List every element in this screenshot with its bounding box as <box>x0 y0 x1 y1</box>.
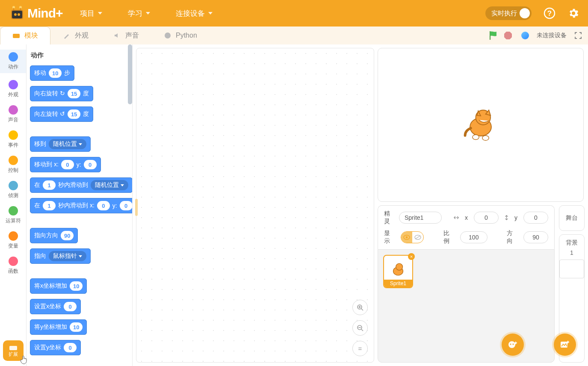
show-eye-icon[interactable] <box>401 232 412 243</box>
hide-eye-icon[interactable] <box>412 232 423 243</box>
sprite-x-input[interactable] <box>474 212 499 224</box>
tab-costumes[interactable]: 外观 <box>50 27 101 44</box>
green-flag-icon[interactable] <box>489 30 498 41</box>
menu-connect-label: 连接设备 <box>176 9 205 18</box>
dropdown[interactable]: 随机位置 <box>49 139 86 149</box>
scripts-workspace[interactable]: = <box>136 48 374 363</box>
stage-title: 舞台 <box>566 214 578 222</box>
cat-functions[interactable]: 函数 <box>8 257 18 275</box>
zoom-out-button[interactable] <box>352 320 368 336</box>
sprite-direction-input[interactable] <box>523 231 548 243</box>
num-input[interactable]: 0 <box>64 302 77 311</box>
tab-python[interactable]: Python <box>151 27 210 44</box>
main-area: 动作 外观 声音 事件 控制 侦测 运算符 变量 函数 扩展 动作 移动10步 … <box>0 44 588 366</box>
num-input[interactable]: 0 <box>64 343 77 352</box>
tab-blocks[interactable]: 模块 <box>0 27 50 44</box>
zoom-reset-button[interactable]: = <box>352 341 368 356</box>
add-sprite-button[interactable] <box>502 334 524 356</box>
block-move[interactable]: 移动10步 <box>30 65 74 81</box>
delete-sprite-icon[interactable]: × <box>408 253 415 260</box>
num-input[interactable]: 90 <box>61 231 74 240</box>
tab-blocks-label: 模块 <box>24 31 38 40</box>
resize-handle[interactable] <box>135 199 138 216</box>
chevron-down-icon <box>79 143 82 145</box>
block-goto-xy[interactable]: 移动到 x:0y:0 <box>30 157 101 172</box>
realtime-toggle[interactable]: 实时执行 <box>485 6 532 20</box>
cat-dot-icon <box>9 80 18 89</box>
block-turn-left[interactable]: 向左旋转 ↺15度 <box>30 106 93 122</box>
cat-sensing[interactable]: 侦测 <box>8 181 18 199</box>
gear-icon[interactable] <box>567 7 579 19</box>
block-set-x[interactable]: 设置x坐标0 <box>30 299 81 314</box>
palette-scrollbar[interactable] <box>128 44 132 104</box>
stage-title-box[interactable]: 舞台 <box>559 205 585 231</box>
block-glide-xy[interactable]: 在1秒内滑动到 x:0y:0 <box>30 198 133 213</box>
dropdown[interactable]: 随机位置 <box>91 180 128 190</box>
menu-connect[interactable]: 连接设备 <box>176 9 213 18</box>
sprite-scale-input[interactable] <box>460 231 488 243</box>
block-point-dir[interactable]: 指向方向90 <box>30 228 78 243</box>
svg-marker-10 <box>504 32 512 39</box>
workspace-controls: = <box>352 300 368 356</box>
block-goto[interactable]: 移到随机位置 <box>30 136 91 152</box>
block-glide[interactable]: 在1秒内滑动到随机位置 <box>30 177 133 193</box>
sprite-name-input[interactable] <box>399 212 442 224</box>
num-input[interactable]: 15 <box>68 89 80 98</box>
editor-tabs: 模块 外观 声音 Python 未连接设备 <box>0 27 588 44</box>
menu-learn[interactable]: 学习 <box>128 9 150 18</box>
cat-label: 变量 <box>8 242 18 250</box>
stop-icon[interactable] <box>503 31 513 40</box>
block-change-y[interactable]: 将y坐标增加10 <box>30 319 87 335</box>
visibility-toggle[interactable] <box>401 231 424 243</box>
cat-control[interactable]: 控制 <box>8 156 18 174</box>
block-point-to[interactable]: 指向鼠标指针 <box>30 248 91 264</box>
cat-dot-icon <box>9 231 18 241</box>
cat-variables[interactable]: 变量 <box>8 231 18 250</box>
menu-project[interactable]: 项目 <box>80 9 102 18</box>
num-input[interactable]: 0 <box>97 201 110 210</box>
block-palette[interactable]: 动作 移动10步 向右旋转 ↻15度 向左旋转 ↺15度 移到随机位置 移动到 … <box>27 44 133 366</box>
palette-title: 动作 <box>31 51 132 59</box>
tab-python-label: Python <box>176 32 197 39</box>
num-input[interactable]: 0 <box>84 160 97 169</box>
svg-point-21 <box>482 136 489 141</box>
cat-label: 动作 <box>8 63 18 71</box>
num-input[interactable]: 10 <box>70 281 83 291</box>
num-input[interactable]: 15 <box>68 109 80 119</box>
topbar: Mind+ 项目 学习 连接设备 实时执行 ? <box>0 0 588 27</box>
block-change-x[interactable]: 将x坐标增加10 <box>30 278 87 294</box>
y-arrow-icon <box>505 214 508 221</box>
tab-costumes-label: 外观 <box>75 31 89 40</box>
help-icon[interactable]: ? <box>544 7 555 19</box>
tab-sounds-label: 声音 <box>125 31 139 40</box>
num-input[interactable]: 1 <box>43 201 56 210</box>
cat-operators[interactable]: 运算符 <box>6 206 21 224</box>
stage[interactable] <box>378 48 584 202</box>
status-dot-icon <box>521 32 529 39</box>
num-input[interactable]: 10 <box>49 68 62 78</box>
cat-events[interactable]: 事件 <box>8 130 18 149</box>
num-input[interactable]: 10 <box>70 322 83 332</box>
backdrop-count: 1 <box>570 249 573 256</box>
cat-motion[interactable]: 动作 <box>0 50 26 73</box>
sprite-card[interactable]: × Sprite1 <box>383 255 413 288</box>
num-input[interactable]: 0 <box>120 201 133 210</box>
logo-icon <box>9 5 26 22</box>
cat-dot-icon <box>9 130 18 140</box>
zoom-in-button[interactable] <box>352 300 368 315</box>
logo[interactable]: Mind+ <box>9 5 63 22</box>
block-turn-right[interactable]: 向右旋转 ↻15度 <box>30 86 93 101</box>
dropdown[interactable]: 鼠标指针 <box>49 251 86 261</box>
svg-point-9 <box>165 32 171 38</box>
cat-plus-icon <box>507 339 518 350</box>
menu-project-label: 项目 <box>80 9 95 18</box>
tab-sounds[interactable]: 声音 <box>101 27 151 44</box>
add-backdrop-button[interactable] <box>554 334 576 356</box>
num-input[interactable]: 1 <box>43 180 56 190</box>
block-set-y[interactable]: 设置y坐标0 <box>30 340 81 355</box>
fullscreen-icon[interactable] <box>574 32 582 39</box>
cat-looks[interactable]: 外观 <box>8 80 18 98</box>
num-input[interactable]: 0 <box>61 160 74 169</box>
cat-sound[interactable]: 声音 <box>8 105 18 124</box>
sprite-y-input[interactable] <box>523 212 548 224</box>
